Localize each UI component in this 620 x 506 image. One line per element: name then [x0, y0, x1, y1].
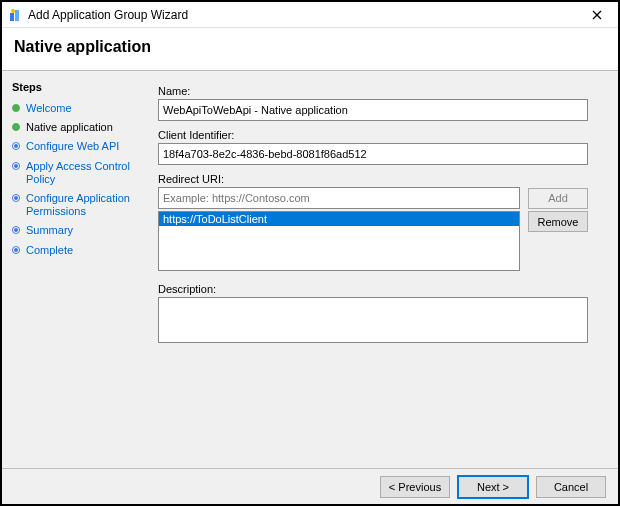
previous-button[interactable]: < Previous	[380, 476, 450, 498]
step-configure-web-api[interactable]: Configure Web API	[12, 137, 146, 156]
step-label: Native application	[26, 121, 113, 134]
check-icon	[12, 123, 20, 131]
svg-rect-1	[15, 10, 19, 21]
svg-rect-0	[10, 13, 14, 21]
step-native-application[interactable]: Native application	[12, 118, 146, 137]
step-label: Complete	[26, 244, 73, 257]
step-welcome[interactable]: Welcome	[12, 99, 146, 118]
pending-icon	[12, 162, 20, 170]
pending-icon	[12, 226, 20, 234]
steps-sidebar: Steps Welcome Native application Configu…	[2, 71, 152, 468]
step-label: Configure Web API	[26, 140, 119, 153]
svg-point-2	[11, 9, 15, 13]
description-label: Description:	[158, 283, 606, 295]
check-icon	[12, 104, 20, 112]
wizard-header: Native application	[2, 28, 618, 71]
step-summary[interactable]: Summary	[12, 221, 146, 240]
redirect-uri-label: Redirect URI:	[158, 173, 606, 185]
add-button[interactable]: Add	[528, 188, 588, 209]
page-heading: Native application	[14, 38, 606, 56]
redirect-uri-input[interactable]	[158, 187, 520, 209]
client-id-label: Client Identifier:	[158, 129, 606, 141]
step-label: Apply Access Control Policy	[26, 160, 146, 186]
cancel-button[interactable]: Cancel	[536, 476, 606, 498]
step-configure-application-permissions[interactable]: Configure Application Permissions	[12, 189, 146, 221]
wizard-footer: < Previous Next > Cancel	[2, 468, 618, 504]
remove-button[interactable]: Remove	[528, 211, 588, 232]
close-button[interactable]	[582, 4, 612, 26]
step-complete[interactable]: Complete	[12, 241, 146, 260]
list-item[interactable]: https://ToDoListClient	[159, 212, 519, 226]
redirect-uri-list[interactable]: https://ToDoListClient	[158, 211, 520, 271]
pending-icon	[12, 246, 20, 254]
name-label: Name:	[158, 85, 606, 97]
step-apply-access-control-policy[interactable]: Apply Access Control Policy	[12, 157, 146, 189]
description-input[interactable]	[158, 297, 588, 343]
wizard-form: Name: Client Identifier: Redirect URI: A…	[152, 71, 618, 468]
steps-heading: Steps	[12, 81, 146, 93]
app-icon	[8, 7, 24, 23]
step-label: Configure Application Permissions	[26, 192, 146, 218]
client-id-input[interactable]	[158, 143, 588, 165]
step-label: Welcome	[26, 102, 72, 115]
next-button[interactable]: Next >	[458, 476, 528, 498]
name-input[interactable]	[158, 99, 588, 121]
pending-icon	[12, 194, 20, 202]
step-label: Summary	[26, 224, 73, 237]
pending-icon	[12, 142, 20, 150]
title-bar: Add Application Group Wizard	[2, 2, 618, 28]
window-title: Add Application Group Wizard	[24, 8, 582, 22]
